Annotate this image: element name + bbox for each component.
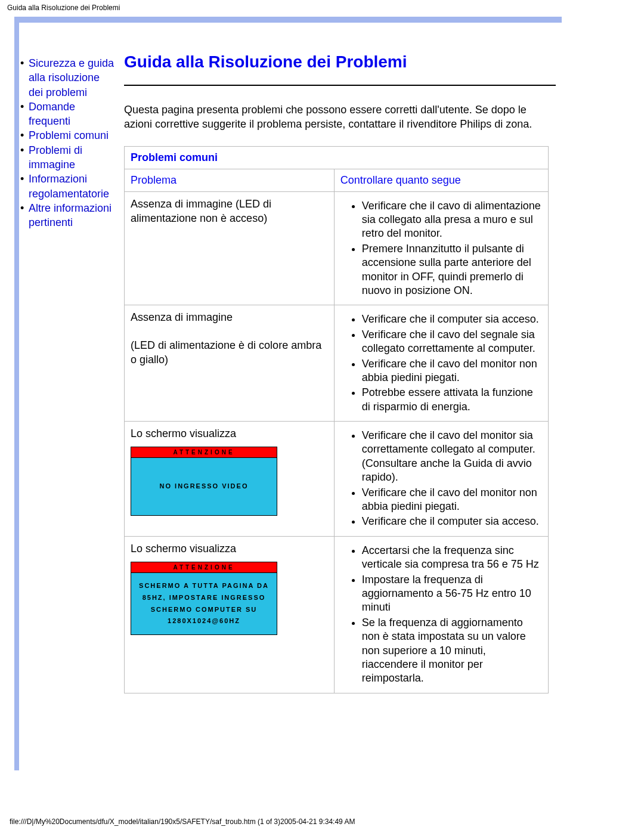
- problem-line1: Lo schermo visualizza: [131, 543, 236, 555]
- sidebar: •Sicurezza e guida alla risoluzione dei …: [14, 23, 118, 693]
- problem-line2: (LED di alimentazione è di colore ambra …: [131, 338, 328, 367]
- page-title: Guida alla Risoluzione dei Problemi: [124, 52, 556, 72]
- sidebar-item-regulatory[interactable]: Informazioni regolamentatorie: [29, 172, 116, 201]
- sidebar-item-safety[interactable]: Sicurezza e guida alla risoluzione dei p…: [29, 56, 116, 100]
- bullet-icon: •: [20, 201, 25, 215]
- check-list: Verificare che il cavo di alimentazione …: [340, 199, 542, 298]
- column-header-check: Controllare quanto segue: [334, 169, 548, 191]
- check-item: Premere Innanzitutto il pulsante di acce…: [362, 242, 542, 298]
- warning-header: ATTENZIONE: [131, 447, 277, 457]
- check-item: Potrebbe essere attivata la funzione di …: [362, 386, 542, 414]
- check-item: Verificare che il cavo del segnale sia c…: [362, 328, 542, 356]
- bullet-icon: •: [20, 100, 25, 114]
- troubleshooting-table: Problemi comuni Problema Controllare qua…: [124, 146, 549, 693]
- check-item: Verificare che il computer sia acceso.: [362, 312, 542, 326]
- column-header-problem: Problema: [125, 169, 335, 191]
- section-heading: Problemi comuni: [125, 146, 549, 169]
- window-header: Guida alla Risoluzione dei Problemi: [0, 0, 644, 12]
- problem-line1: Lo schermo visualizza: [131, 428, 236, 439]
- bullet-icon: •: [20, 143, 25, 157]
- problem-line1: Assenza di immagine (LED di alimentazion…: [131, 198, 271, 224]
- table-row: Lo schermo visualizza ATTENZIONE SCHERMO…: [125, 536, 549, 693]
- check-item: Verificare che il cavo del monitor non a…: [362, 486, 542, 514]
- check-list: Verificare che il computer sia acceso. V…: [340, 312, 542, 414]
- sidebar-item-faq[interactable]: Domande frequenti: [29, 100, 116, 129]
- sidebar-item-image-problems[interactable]: Problemi di immagine: [29, 143, 116, 172]
- bullet-icon: •: [20, 56, 25, 70]
- main-content: Guida alla Risoluzione dei Problemi Ques…: [118, 23, 568, 693]
- table-row: Lo schermo visualizza ATTENZIONE NO INGR…: [125, 422, 549, 537]
- check-list: Verificare che il cavo del monitor sia c…: [340, 429, 542, 529]
- intro-text: Questa pagina presenta problemi che poss…: [124, 103, 556, 132]
- check-item: Verificare che il cavo di alimentazione …: [362, 199, 542, 241]
- table-row: Assenza di immagine (LED di alimentazion…: [125, 305, 549, 422]
- warning-box: ATTENZIONE NO INGRESSO VIDEO: [131, 447, 277, 516]
- warning-body: NO INGRESSO VIDEO: [131, 457, 277, 516]
- check-item: Verificare che il cavo del monitor non a…: [362, 357, 542, 385]
- problem-cell: Assenza di immagine (LED di alimentazion…: [131, 197, 328, 226]
- warning-box: ATTENZIONE SCHERMO A TUTTA PAGINA DA 85H…: [131, 562, 277, 635]
- problem-cell: Lo schermo visualizza: [131, 426, 328, 441]
- check-item: Se la frequenza di aggiornamento non è s…: [362, 616, 542, 686]
- warning-body: SCHERMO A TUTTA PAGINA DA 85HZ, IMPOSTAR…: [131, 572, 277, 635]
- divider: [124, 85, 556, 86]
- footer-path: file:///D|/My%20Documents/dfu/X_model/it…: [10, 817, 355, 826]
- sidebar-item-other-info[interactable]: Altre informazioni pertinenti: [29, 201, 116, 230]
- warning-header: ATTENZIONE: [131, 562, 277, 572]
- check-list: Accertarsi che la frequenza sinc vertica…: [340, 544, 542, 686]
- problem-cell: Assenza di immagine (LED di alimentazion…: [131, 310, 328, 367]
- problem-line1: Assenza di immagine: [131, 311, 233, 323]
- bullet-icon: •: [20, 128, 25, 143]
- check-item: Impostare la frequenza di aggiornamento …: [362, 573, 542, 615]
- check-item: Accertarsi che la frequenza sinc vertica…: [362, 544, 542, 572]
- check-item: Verificare che il computer sia acceso.: [362, 515, 542, 528]
- table-row: Assenza di immagine (LED di alimentazion…: [125, 191, 549, 305]
- check-item: Verificare che il cavo del monitor sia c…: [362, 429, 542, 485]
- sidebar-item-common-problems[interactable]: Problemi comuni: [29, 128, 109, 143]
- problem-cell: Lo schermo visualizza: [131, 541, 328, 556]
- bullet-icon: •: [20, 172, 25, 186]
